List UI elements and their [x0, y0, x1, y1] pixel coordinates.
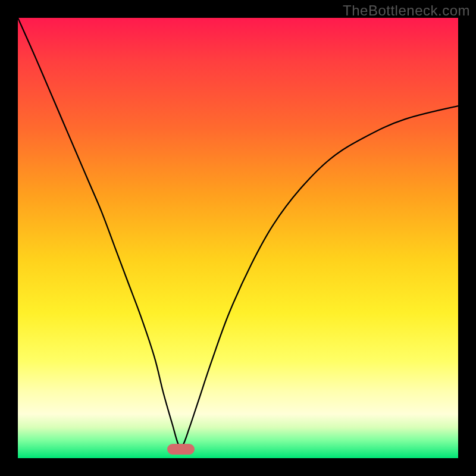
watermark-text: TheBottleneck.com: [343, 2, 470, 19]
minimum-marker: [167, 444, 195, 455]
bottleneck-curve-path: [18, 18, 458, 447]
plot-area: [18, 18, 458, 458]
chart-frame: TheBottleneck.com: [0, 0, 476, 476]
curve-svg: [18, 18, 458, 458]
